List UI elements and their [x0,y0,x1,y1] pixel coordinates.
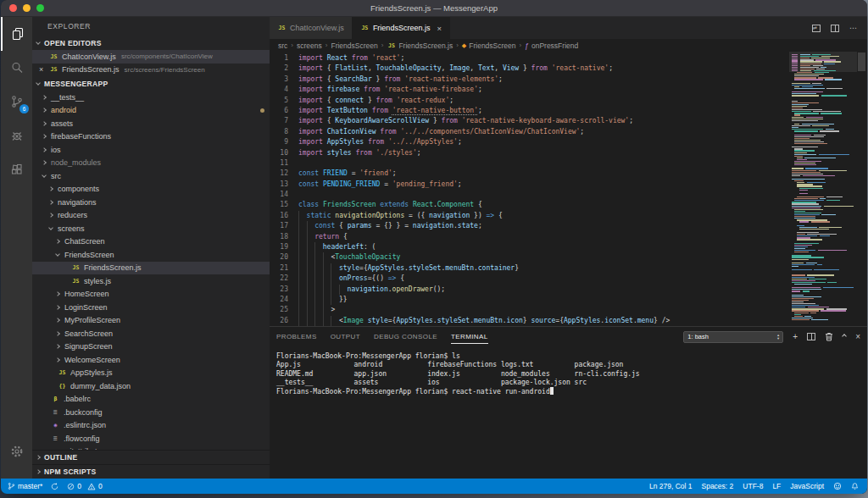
breadcrumb-item-FriendsScreen[interactable]: FriendsScreen [331,42,377,50]
breadcrumb-item-onPressFriend[interactable]: ƒonPressFriend [525,42,578,50]
tree-item-WelcomeScreen[interactable]: WelcomeScreen [32,353,270,367]
tree-item-__tests__[interactable]: __tests__ [32,91,270,104]
editor-tab-ChatIconView.js[interactable]: JSChatIconView.js [270,17,353,39]
debug-icon[interactable] [1,119,32,152]
code-line-25[interactable]: 25> [270,305,789,315]
code-line-23[interactable]: 23navigation.openDrawer(); [270,285,789,295]
tree-item-navigations[interactable]: navigations [32,196,270,209]
terminal-shell-select[interactable]: 1: bash ▴▾ [683,331,783,343]
close-tab-icon[interactable]: × [437,24,442,33]
notifications-bell-icon[interactable] [851,482,859,490]
more-actions-icon[interactable]: ⋯ [849,24,857,32]
split-terminal-icon[interactable] [807,333,815,340]
code-line-24[interactable]: 24}} [270,295,789,305]
eol-item[interactable]: LF [772,482,781,490]
tree-item-ChatScreen[interactable]: ChatScreen [32,235,270,249]
tree-item-.babelrc[interactable]: β.babelrc [32,393,270,407]
tree-item-FriendsScreen[interactable]: FriendsScreen [32,248,270,262]
tree-item-android[interactable]: android [32,104,270,118]
scrollbar-thumb[interactable] [858,53,865,71]
sync-item[interactable] [51,483,58,490]
tree-item-FriendsScreen.js[interactable]: JSFriendsScreen.js [32,262,270,275]
close-panel-icon[interactable]: × [855,333,860,341]
cursor-position-item[interactable]: Ln 279, Col 1 [649,482,693,490]
code-line-15[interactable]: 15class FriendsScreen extends React.Comp… [270,200,789,210]
tree-item-SearchScreen[interactable]: SearchScreen [32,327,270,340]
tree-item-MyProfileScreen[interactable]: MyProfileScreen [32,314,270,328]
tree-item-reducers[interactable]: reducers [32,209,270,223]
settings-gear-icon[interactable] [1,434,32,468]
code-line-19[interactable]: 19headerLeft: ( [270,242,789,252]
tree-item-SignupScreen[interactable]: SignupScreen [32,340,270,354]
code-line-6[interactable]: 6import TextButton from 'react-native-bu… [270,106,789,116]
code-line-1[interactable]: 1import React from 'react'; [270,53,789,64]
close-window-button[interactable] [9,4,17,12]
code-line-2[interactable]: 2import { FlatList, TouchableOpacity, Im… [270,64,789,74]
editor-scrollbar[interactable] [857,52,867,326]
tree-item-AppStyles.js[interactable]: JSAppStyles.js [32,367,270,380]
minimize-window-button[interactable] [23,4,31,12]
code-line-5[interactable]: 5import { connect } from 'react-redux'; [270,96,789,106]
editor-tab-FriendsScreen.js[interactable]: JSFriendsScreen.js× [353,17,450,39]
tree-item-.flowconfig[interactable]: ≡.flowconfig [32,432,270,445]
tree-item-LoginScreen[interactable]: LoginScreen [32,301,270,314]
tree-item-firebaseFunctions[interactable]: firebaseFunctions [32,130,270,144]
terminal-output[interactable]: Florians-MacBook-Pro:MessengerApp floria… [270,346,867,479]
title-bar[interactable]: FriendsScreen.js — MessengerApp [1,0,867,17]
editor-area[interactable]: 1import React from 'react';2import { Fla… [270,52,867,326]
extensions-icon[interactable] [1,152,32,186]
code-line-21[interactable]: 21style={AppStyles.styleSet.menuBtn.cont… [270,263,789,274]
code-line-17[interactable]: 17const { params = {} } = navigation.sta… [270,221,789,231]
close-editor-icon[interactable]: × [39,66,46,73]
tree-item-screens[interactable]: screens [32,222,270,235]
code-line-22[interactable]: 22onPress={() => { [270,274,789,284]
tree-item-styles.js[interactable]: JSstyles.js [32,274,270,288]
panel-tab-output[interactable]: OUTPUT [331,329,360,344]
panel-tab-terminal[interactable]: TERMINAL [451,329,488,344]
code-line-7[interactable]: 7import { KeyboardAwareScrollView } from… [270,116,789,126]
kill-terminal-icon[interactable] [825,332,833,341]
open-editor-ChatIconView.js[interactable]: JSChatIconView.jssrc/components/ChatIcon… [32,50,270,64]
split-editor-icon[interactable] [831,25,839,32]
code-line-16[interactable]: 16static navigationOptions = ({ navigati… [270,211,789,221]
breadcrumb-item-FriendsScreen[interactable]: ◆FriendsScreen [462,42,516,50]
code-line-9[interactable]: 9import AppStyles from '../../AppStyles'… [270,137,789,147]
code-line-8[interactable]: 8import ChatIconView from '../../compone… [270,127,789,137]
npm-scripts-header[interactable]: NPM SCRIPTS [32,464,270,479]
language-mode-item[interactable]: JavaScript [790,482,824,490]
open-editor-FriendsScreen.js[interactable]: ×JSFriendsScreen.jssrc/screens/FriendsSc… [32,64,270,77]
open-editors-header[interactable]: OPEN EDITORS [32,36,270,50]
code-line-14[interactable]: 14 [270,190,789,200]
tree-item-assets[interactable]: assets [32,117,270,130]
code-line-20[interactable]: 20<TouchableOpacity [270,252,789,263]
open-changes-icon[interactable]: ⇄ [812,25,821,32]
code-line-13[interactable]: 13const PENDING_FRIEND = 'pending_friend… [270,180,789,190]
outline-header[interactable]: OUTLINE [32,450,270,464]
panel-tab-debug-console[interactable]: DEBUG CONSOLE [374,329,437,344]
breadcrumb-item-screens[interactable]: screens [297,42,322,50]
tree-item-node_modules[interactable]: node_modules [32,157,270,170]
code-line-4[interactable]: 4import firebase from 'react-native-fire… [270,85,789,95]
code-line-18[interactable]: 18return { [270,232,789,242]
minimap[interactable] [789,52,857,326]
tree-item-components[interactable]: components [32,183,270,196]
encoding-item[interactable]: UTF-8 [743,482,763,490]
tree-item-src[interactable]: src [32,169,270,183]
code-content[interactable]: 1import React from 'react';2import { Fla… [270,52,789,326]
tree-item-.eslintrc.json[interactable]: ◉.eslintrc.json [32,419,270,433]
project-header[interactable]: MESSENGERAPP [32,76,270,91]
breadcrumb-item-FriendsScreen.js[interactable]: JSFriendsScreen.js [387,42,453,50]
breadcrumb-item-src[interactable]: src [278,42,287,50]
feedback-smiley-icon[interactable] [833,482,842,490]
tree-item-ios[interactable]: ios [32,143,270,157]
code-line-10[interactable]: 10import styles from './styles'; [270,148,789,158]
code-line-11[interactable]: 11 [270,158,789,169]
problems-item[interactable]: 0 0 [67,482,102,490]
new-terminal-icon[interactable]: + [793,333,798,341]
search-icon[interactable] [1,51,32,85]
git-branch-item[interactable]: master* [8,482,42,490]
source-control-icon[interactable]: 6 [1,85,32,119]
maximize-panel-icon[interactable] [843,336,846,338]
code-line-26[interactable]: 26<Image style={AppStyles.styleSet.menuB… [270,316,789,326]
explorer-icon[interactable] [1,17,32,51]
